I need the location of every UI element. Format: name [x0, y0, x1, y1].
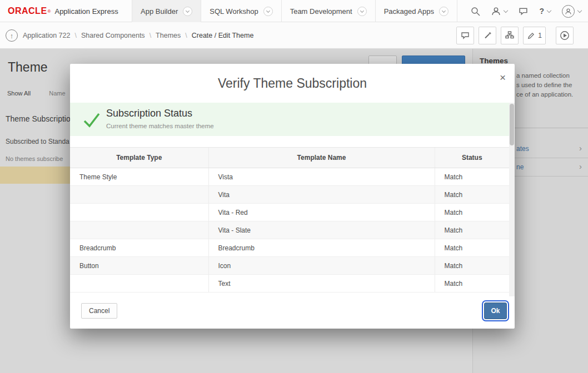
template-verification-table: Template Type Template Name Status Theme…: [70, 147, 509, 293]
chevron-down-icon: [439, 7, 449, 16]
avatar: [562, 5, 575, 18]
tab-label: Team Development: [290, 7, 352, 16]
help-menu-button[interactable]: ?: [539, 7, 551, 16]
top-nav: ORACLE® Application Express App Builder …: [0, 0, 588, 22]
hierarchy-icon: [505, 31, 514, 40]
tab-sql-workshop[interactable]: SQL Workshop: [201, 0, 281, 22]
ok-button[interactable]: Ok: [484, 303, 507, 319]
verify-theme-subscription-dialog: Verify Theme Subscription × Subscription…: [70, 64, 515, 329]
user-menu-button[interactable]: [562, 5, 581, 18]
help-icon: ?: [539, 7, 544, 16]
feedback-button[interactable]: [519, 7, 528, 16]
main-tabs: App Builder SQL Workshop Team Developmen…: [132, 0, 457, 22]
chat-bubble-icon: [519, 7, 528, 16]
user-icon: [565, 8, 572, 15]
cell-template-name: Text: [208, 275, 435, 293]
tab-team-development[interactable]: Team Development: [281, 0, 375, 22]
table-row: Vita Match: [70, 186, 509, 204]
product-name: Application Express: [54, 7, 118, 16]
user-icon: [491, 7, 501, 16]
cell-template-type: [70, 204, 208, 221]
admin-menu-button[interactable]: [491, 7, 507, 16]
tab-label: SQL Workshop: [210, 7, 258, 16]
brand: ORACLE® Application Express: [8, 0, 118, 22]
tab-label: App Builder: [141, 7, 178, 16]
oracle-logo: ORACLE: [8, 6, 47, 16]
chevron-down-icon: [183, 7, 192, 16]
close-icon[interactable]: ×: [500, 72, 506, 84]
cell-status: Match: [435, 168, 509, 186]
table-row: Text Match: [70, 275, 509, 293]
chat-bubble-icon: [461, 31, 470, 40]
checkmark-icon: [82, 110, 101, 129]
breadcrumb-bar: ↑ Application 722 \ Shared Components \ …: [0, 22, 588, 49]
cell-template-name: Vita - Red: [208, 204, 435, 221]
table-row: Theme Style Vista Match: [70, 168, 509, 186]
table-header-row: Template Type Template Name Status: [70, 148, 509, 168]
wand-icon: [483, 31, 492, 40]
nav-actions: ?: [471, 0, 581, 22]
edit-page-number: 1: [538, 32, 542, 39]
play-icon: [560, 31, 570, 41]
cell-status: Match: [435, 204, 509, 221]
cell-template-type: Button: [70, 257, 208, 275]
chevron-down-icon: [504, 8, 508, 12]
breadcrumb: Application 722 \ Shared Components \ Th…: [23, 22, 253, 49]
status-heading: Subscription Status: [106, 108, 192, 119]
table-row: Breadcrumb Breadcrumb Match: [70, 239, 509, 257]
edit-page-button[interactable]: 1: [523, 27, 546, 44]
cell-template-name: Vita - Slate: [208, 221, 435, 239]
cell-status: Match: [435, 221, 509, 239]
cell-template-type: [70, 221, 208, 239]
comments-button[interactable]: [456, 27, 474, 44]
tab-app-builder[interactable]: App Builder: [132, 0, 201, 22]
chevron-down-icon: [263, 7, 273, 16]
tab-packaged-apps[interactable]: Packaged Apps: [375, 0, 457, 22]
breadcrumb-separator: \: [74, 32, 76, 39]
table-row: Vita - Red Match: [70, 204, 509, 221]
registered-mark: ®: [48, 9, 51, 14]
cell-template-name: Breadcrumb: [208, 239, 435, 257]
breadcrumb-item-themes[interactable]: Themes: [156, 32, 181, 39]
table-row: Button Icon Match: [70, 257, 509, 275]
cell-template-type: Theme Style: [70, 168, 208, 186]
page-toolbar: 1: [456, 27, 574, 44]
cell-template-type: [70, 186, 208, 204]
status-subtext: Current theme matches master theme: [106, 123, 214, 129]
cell-template-name: Icon: [208, 257, 435, 275]
search-icon: [471, 7, 480, 16]
column-header-template-name: Template Name: [208, 148, 435, 168]
table-row: Vita - Slate Match: [70, 221, 509, 239]
chevron-down-icon: [577, 8, 582, 12]
breadcrumb-item-application[interactable]: Application 722: [23, 32, 70, 39]
screen: ORACLE® Application Express App Builder …: [0, 0, 588, 373]
pencil-icon: [527, 32, 535, 40]
shortcut-button[interactable]: [479, 27, 496, 44]
breadcrumb-separator: \: [150, 32, 151, 39]
chevron-down-icon: [547, 8, 551, 12]
modal-scrollbar-track[interactable]: [509, 103, 515, 296]
column-header-template-type: Template Type: [70, 148, 208, 168]
run-application-button[interactable]: [556, 27, 574, 44]
breadcrumb-separator: \: [185, 32, 187, 39]
dialog-title: Verify Theme Subscription: [70, 76, 515, 91]
breadcrumb-item-current: Create / Edit Theme: [192, 32, 254, 39]
cell-template-type: [70, 275, 208, 293]
cell-status: Match: [435, 275, 509, 293]
modal-scrollbar-thumb[interactable]: [510, 104, 514, 145]
subscription-status-banner: Subscription Status Current theme matche…: [70, 103, 509, 136]
column-header-status: Status: [435, 148, 509, 168]
cell-template-name: Vita: [208, 186, 435, 204]
up-arrow-icon[interactable]: ↑: [6, 29, 18, 42]
cell-template-type: Breadcrumb: [70, 239, 208, 257]
tab-label: Packaged Apps: [384, 7, 434, 16]
cell-template-name: Vista: [208, 168, 435, 186]
cell-status: Match: [435, 257, 509, 275]
cell-status: Match: [435, 239, 509, 257]
cell-status: Match: [435, 186, 509, 204]
search-button[interactable]: [471, 7, 480, 16]
chevron-down-icon: [357, 7, 367, 16]
cancel-button[interactable]: Cancel: [81, 303, 117, 319]
breadcrumb-item-shared-components[interactable]: Shared Components: [81, 32, 145, 39]
hierarchy-button[interactable]: [501, 27, 519, 44]
